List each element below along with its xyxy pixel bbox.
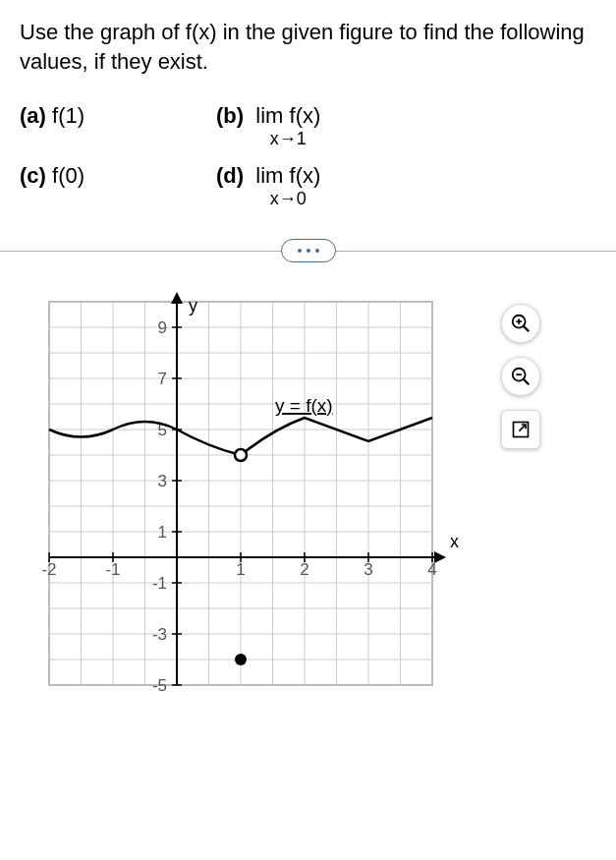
svg-text:-3: -3 — [152, 625, 167, 644]
part-b-label: (b) — [216, 103, 244, 128]
parts-grid: (a) f(1) (b) lim f(x) x→1 (c) f(0) (d) l… — [20, 103, 596, 209]
svg-text:-5: -5 — [152, 676, 167, 695]
svg-text:7: 7 — [158, 370, 167, 388]
svg-text:1: 1 — [158, 523, 167, 542]
expand-icon — [511, 420, 531, 439]
more-options-button[interactable] — [281, 239, 336, 262]
svg-text:-2: -2 — [41, 560, 56, 579]
svg-text:-1: -1 — [105, 560, 120, 579]
divider — [20, 239, 596, 262]
grid — [49, 302, 432, 685]
x-tick-labels: -2 -1 1 2 3 4 — [41, 560, 436, 579]
svg-marker-27 — [171, 292, 183, 304]
svg-line-63 — [524, 379, 530, 385]
dot-icon — [315, 249, 319, 253]
function-label: y = f(x) — [275, 395, 333, 416]
svg-text:3: 3 — [158, 472, 167, 490]
limit-sub: x→1 — [255, 129, 320, 149]
dot-icon — [307, 249, 310, 253]
part-a-label: (a) — [20, 103, 46, 128]
limit-sub: x→0 — [255, 189, 320, 209]
part-c-text: f(0) — [52, 163, 84, 188]
part-a: (a) f(1) — [20, 103, 216, 149]
part-a-text: f(1) — [52, 103, 84, 128]
problem-prompt: Use the graph of f(x) in the given figur… — [20, 18, 596, 76]
zoom-in-button[interactable] — [501, 304, 540, 343]
graph-container: 9 7 5 3 1 -1 -3 -5 -2 -1 1 2 3 4 — [20, 292, 570, 724]
graph-svg: 9 7 5 3 1 -1 -3 -5 -2 -1 1 2 3 4 — [20, 292, 472, 715]
closed-point — [235, 654, 247, 665]
x-axis-label: x — [450, 532, 459, 551]
svg-text:-1: -1 — [152, 574, 167, 593]
part-d-label: (d) — [216, 163, 244, 188]
limit-text: lim f(x) — [255, 163, 320, 189]
part-b-limit: lim f(x) x→1 — [255, 103, 320, 149]
part-b: (b) lim f(x) x→1 — [216, 103, 596, 149]
zoom-out-button[interactable] — [501, 357, 540, 396]
svg-text:1: 1 — [236, 560, 245, 579]
zoom-in-icon — [510, 313, 532, 334]
svg-text:3: 3 — [364, 560, 372, 579]
svg-text:2: 2 — [300, 560, 308, 579]
dot-icon — [298, 249, 302, 253]
open-point — [235, 449, 247, 461]
axes — [49, 292, 446, 685]
y-axis-label: y — [189, 296, 197, 315]
icon-column — [501, 304, 540, 449]
svg-text:9: 9 — [158, 318, 167, 337]
part-c-label: (c) — [20, 163, 46, 188]
part-d: (d) lim f(x) x→0 — [216, 163, 596, 209]
zoom-out-icon — [510, 366, 532, 387]
part-d-limit: lim f(x) x→0 — [255, 163, 320, 209]
limit-text: lim f(x) — [255, 103, 320, 129]
svg-text:4: 4 — [427, 560, 436, 579]
part-c: (c) f(0) — [20, 163, 216, 209]
svg-line-59 — [524, 326, 530, 332]
expand-button[interactable] — [501, 410, 540, 449]
